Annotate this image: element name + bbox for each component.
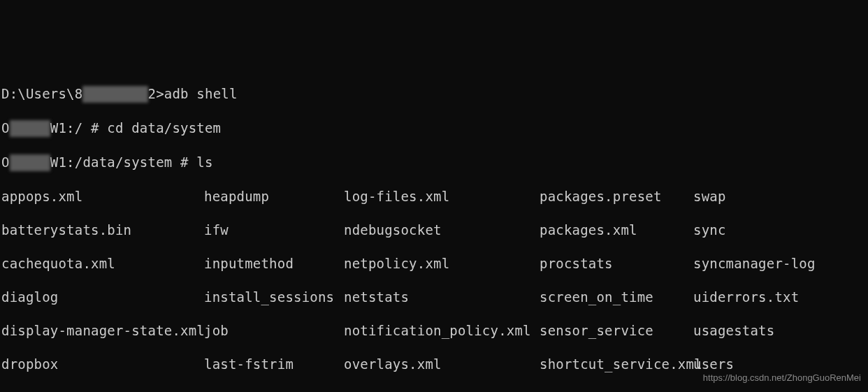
watermark: https://blog.csdn.net/ZhongGuoRenMei xyxy=(703,370,861,386)
blurred-text: xxxxx xyxy=(10,120,50,137)
line-1: D:\Users\8xxxxxxxx2>adb shell xyxy=(1,85,867,103)
ls-row: appops.xmlheapdumplog-files.xmlpackages.… xyxy=(1,188,867,205)
ls-row: display-manager-state.xmljobnotification… xyxy=(1,322,867,339)
blurred-text: xxxxxxxx xyxy=(82,86,147,103)
ls-row: diagloginstall_sessionsnetstatsscreen_on… xyxy=(1,289,867,305)
line-2: OxxxxxW1:/ # cd data/system xyxy=(1,119,867,137)
ls-row: batterystats.binifwndebugsocketpackages.… xyxy=(1,222,867,238)
ls-row: cachequota.xmlinputmethodnetpolicy.xmlpr… xyxy=(1,255,867,272)
blurred-text: xxxxx xyxy=(10,154,50,171)
terminal-output[interactable]: D:\Users\8xxxxxxxx2>adb shell OxxxxxW1:/… xyxy=(0,67,868,392)
ls-row: entropy.datlast-header.txtpackage_caches… xyxy=(1,389,867,392)
line-3: OxxxxxW1:/data/system # ls xyxy=(1,154,867,171)
